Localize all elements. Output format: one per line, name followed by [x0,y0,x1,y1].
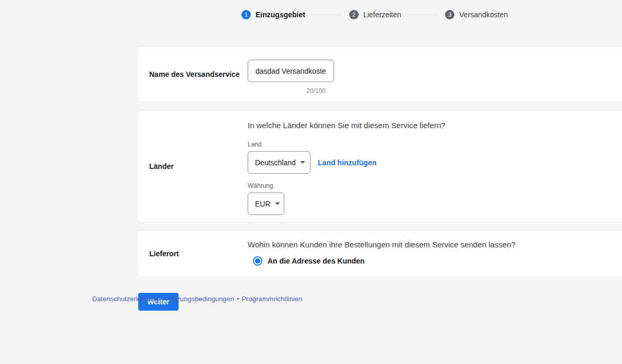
add-country-link[interactable]: Land hinzufügen [318,158,376,167]
step-2-label: Lieferzeiten [363,10,401,19]
country-dropdown[interactable]: Deutschland [248,151,310,174]
service-name-label: Name des Versandservice [149,47,248,102]
chevron-down-icon [300,161,305,164]
countries-question: In welche Länder können Sie mit diesem S… [248,120,622,131]
stepper-step-einzugsgebiet: 1 Einzugsgebiet [241,10,305,19]
wizard-content: Name des Versandservice 20/100 Länder In… [137,46,622,311]
footer-separator: • [161,295,163,303]
terms-of-service-link[interactable]: Nutzungsbedingungen [166,295,234,303]
currency-dropdown-value: EUR [255,200,271,208]
customer-address-radio[interactable]: An die Adresse des Kunden [253,256,622,266]
program-policies-link[interactable]: Programmrichtlinien [242,295,303,303]
country-field-label: Land [248,141,622,148]
step-1-badge: 1 [241,10,251,19]
privacy-policy-link[interactable]: Datenschutzerklärung [92,295,158,303]
radio-selected-icon [253,256,262,266]
card-delivery-location: Lieferort Wohin können Kunden ihre Beste… [137,230,622,277]
char-counter: 20/100 [248,87,326,95]
card-countries: Länder In welche Länder können Sie mit d… [137,110,622,223]
wizard-stepper: 1 Einzugsgebiet 2 Lieferzeiten 3 Versand… [241,10,508,19]
stepper-connector [312,15,342,15]
stepper-connector [408,15,438,15]
chevron-down-icon [275,202,280,205]
footer-links: Datenschutzerklärung•Nutzungsbedingungen… [92,295,302,303]
countries-label: Länder [149,110,248,222]
stepper-step-lieferzeiten: 2 Lieferzeiten [349,10,401,19]
card-service-name: Name des Versandservice 20/100 [137,46,622,103]
step-1-label: Einzugsgebiet [256,10,305,19]
step-2-badge: 2 [349,10,359,19]
stepper-step-versandkosten: 3 Versandkosten [445,10,508,19]
delivery-location-label: Lieferort [149,231,248,277]
service-name-input[interactable] [248,60,334,82]
country-dropdown-value: Deutschland [255,158,296,167]
delivery-question: Wohin können Kunden ihre Bestellungen mi… [248,240,622,250]
step-3-badge: 3 [445,10,454,19]
currency-field-label: Währung [248,182,622,189]
footer-separator: • [237,295,239,303]
customer-address-radio-label: An die Adresse des Kunden [268,257,364,265]
currency-dropdown[interactable]: EUR [248,192,284,215]
step-3-label: Versandkosten [459,10,508,19]
